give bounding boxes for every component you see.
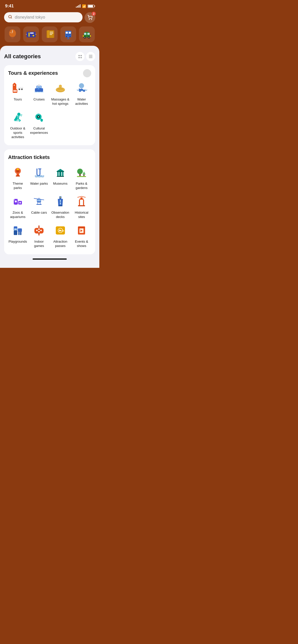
indoor-games-label: Indoor games [30,240,49,248]
svg-rect-83 [80,197,83,199]
signal-icon [76,5,80,8]
svg-rect-80 [60,202,61,204]
svg-rect-20 [66,34,71,35]
category-museums[interactable]: Museums [51,165,70,190]
svg-point-97 [38,228,40,230]
water-activities-icon [74,81,89,95]
category-attraction-passes[interactable]: PASS Attraction passes [51,223,70,248]
page-title: All categories [4,53,41,60]
search-bar[interactable]: disneyland tokyo [4,12,83,22]
category-historical-sites[interactable]: Historical sites [72,194,91,219]
massages-icon [53,81,67,95]
top-icon-car[interactable] [78,26,96,42]
category-theme-parks[interactable]: Theme parks [8,165,28,190]
svg-point-21 [66,36,67,37]
cart-button[interactable]: 2 [85,12,95,23]
category-water-parks[interactable]: Water parks [30,165,49,190]
svg-point-52 [38,116,39,117]
attraction-passes-icon: PASS [53,223,67,238]
svg-rect-39 [13,90,15,92]
home-indicator[interactable] [33,258,67,260]
svg-point-38 [21,89,23,90]
svg-rect-25 [84,33,86,35]
svg-rect-101 [38,232,39,236]
category-playgrounds[interactable]: Playgrounds [8,223,28,248]
svg-rect-72 [39,199,40,201]
water-parks-label: Water parks [30,182,48,186]
parks-gardens-label: Parks & gardens [72,182,91,190]
svg-rect-71 [37,199,39,201]
category-zoos[interactable]: Zoos & aquariums [8,194,28,219]
svg-rect-60 [57,176,64,177]
svg-rect-89 [18,228,22,232]
search-input[interactable]: disneyland tokyo [15,15,78,20]
svg-rect-57 [57,172,59,176]
svg-rect-81 [58,205,62,206]
status-icons: 📶 [76,4,94,8]
top-icon-balloon[interactable] [3,26,22,42]
status-time: 9:41 [5,4,14,9]
historical-sites-icon [74,194,89,209]
cultural-label: Cultural experiences [30,126,49,135]
playgrounds-icon [11,223,25,238]
attraction-tickets-section: Attraction tickets Theme parks [4,149,95,254]
svg-rect-45 [38,84,39,86]
water-parks-icon [32,165,46,180]
category-outdoor-sports[interactable]: Outdoor & sports activities [8,110,28,139]
category-cultural[interactable]: Cultural experiences [30,110,49,139]
svg-point-82 [60,197,61,198]
tours-experiences-section: Tours & experiences [4,65,95,145]
svg-point-98 [38,231,40,232]
svg-line-75 [37,202,38,204]
svg-point-48 [79,83,84,88]
zoos-icon [11,194,25,209]
scroll-indicator [83,69,91,77]
svg-rect-26 [87,33,90,35]
parks-gardens-icon [74,165,89,180]
svg-point-99 [40,230,42,231]
categories-header: All categories [4,52,95,61]
wifi-icon: 📶 [82,4,86,8]
tours-grid: Tours Cruises [8,81,91,139]
category-tours[interactable]: Tours [8,81,28,106]
indoor-games-icon [32,223,46,238]
category-observation-decks[interactable]: Observation decks [51,194,70,219]
svg-line-1 [11,18,12,18]
outdoor-sports-icon [11,110,25,124]
svg-rect-33 [13,89,17,93]
svg-rect-94 [20,232,21,235]
category-massages[interactable]: Massages & hot springs [51,81,70,106]
svg-rect-8 [29,33,30,37]
svg-text:PASS: PASS [59,230,64,232]
view-toggle [75,52,95,61]
svg-rect-64 [77,176,86,177]
svg-point-37 [19,89,20,90]
category-indoor-games[interactable]: Indoor games [30,223,49,248]
top-icon-ticket[interactable] [22,26,40,42]
svg-point-3 [91,19,92,20]
svg-rect-86 [83,200,84,205]
events-shows-icon [74,223,89,238]
observation-decks-icon [53,194,67,209]
category-cruises[interactable]: Cruises [30,81,49,106]
svg-rect-79 [60,200,61,202]
svg-marker-35 [13,83,16,84]
svg-rect-59 [62,172,63,176]
svg-rect-13 [49,30,54,38]
cultural-icon [32,110,46,124]
category-cable-cars[interactable]: Cable cars [30,194,49,219]
cruises-label: Cruises [33,97,45,102]
theme-parks-label: Theme parks [8,182,28,190]
svg-rect-58 [59,172,61,176]
category-parks-gardens[interactable]: Parks & gardens [72,165,91,190]
list-view-button[interactable] [86,52,95,61]
events-shows-label: Events & shows [72,240,91,248]
search-icon [8,15,12,20]
grid-view-button[interactable] [75,52,85,61]
top-icon-transit[interactable] [59,26,78,42]
svg-rect-40 [15,90,17,92]
attraction-section-title: Attraction tickets [8,154,91,160]
category-events-shows[interactable]: Events & shows [72,223,91,248]
top-icon-documents[interactable] [40,26,59,42]
category-water-activities[interactable]: Water activities [72,81,91,106]
